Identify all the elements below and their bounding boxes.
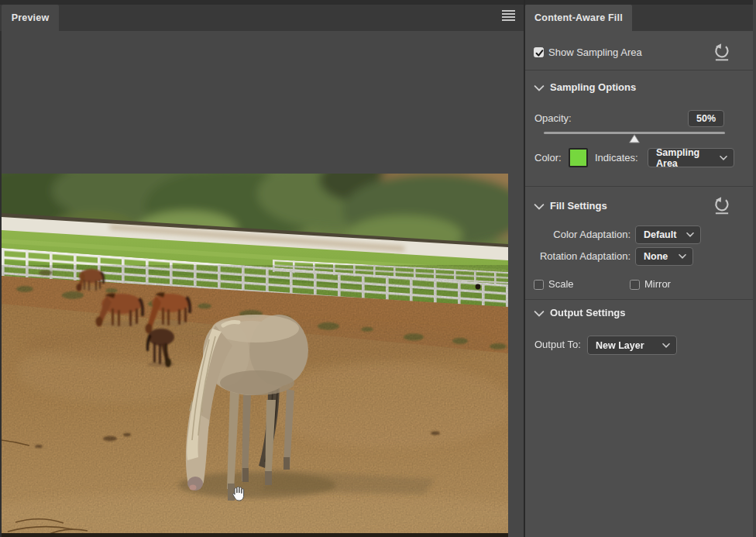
- fill-settings-collapse-icon[interactable]: [534, 203, 545, 211]
- chevron-down-icon: [720, 156, 727, 160]
- color-adaptation-dropdown[interactable]: Default: [635, 225, 701, 244]
- hand-cursor: [229, 484, 248, 503]
- opacity-label: Opacity:: [534, 112, 572, 124]
- reset-fill-settings-icon[interactable]: [713, 195, 731, 215]
- indicates-value: Sampling Area: [656, 147, 715, 169]
- section-separator: [525, 299, 753, 300]
- content-aware-fill-workspace: Preview: [0, 0, 756, 537]
- color-swatch[interactable]: [569, 148, 588, 167]
- tab-preview[interactable]: Preview: [2, 5, 59, 31]
- section-separator: [525, 186, 753, 187]
- rotation-adaptation-label: Rotation Adaptation:: [525, 250, 631, 262]
- reset-sampling-icon[interactable]: [713, 42, 731, 62]
- color-adaptation-value: Default: [644, 229, 682, 240]
- opacity-slider-thumb[interactable]: [629, 134, 640, 143]
- fence-bird: [476, 284, 481, 290]
- indicates-dropdown[interactable]: Sampling Area: [648, 148, 734, 167]
- indicates-label: Indicates:: [595, 152, 638, 164]
- tab-content-aware-fill-label: Content-Aware Fill: [534, 12, 623, 23]
- rotation-adaptation-dropdown[interactable]: None: [635, 247, 693, 266]
- settings-tabbar: Content-Aware Fill: [525, 0, 753, 31]
- fill-settings-header: Fill Settings: [550, 200, 607, 212]
- opacity-value: 50%: [696, 113, 716, 124]
- show-sampling-area-checkbox[interactable]: [534, 47, 544, 57]
- check-icon: [534, 48, 545, 58]
- opacity-value-input[interactable]: 50%: [688, 110, 724, 127]
- sampling-options-collapse-icon[interactable]: [534, 84, 545, 92]
- photo-bottom-edge: [2, 533, 508, 537]
- panel-menu-icon[interactable]: [502, 10, 515, 21]
- color-label: Color:: [534, 152, 562, 164]
- scale-checkbox[interactable]: [534, 280, 544, 290]
- preview-image[interactable]: [2, 174, 508, 537]
- chevron-down-icon: [686, 232, 694, 237]
- output-to-value: New Layer: [596, 340, 658, 351]
- chevron-down-icon: [679, 254, 686, 259]
- scale-label: Scale: [548, 278, 574, 290]
- mirror-checkbox[interactable]: [630, 280, 640, 290]
- sampling-options-header: Sampling Options: [550, 81, 636, 93]
- rotation-adaptation-value: None: [644, 251, 674, 262]
- tab-preview-label: Preview: [12, 12, 50, 23]
- content-aware-fill-panel: Content-Aware Fill Show Sampling Area S: [525, 0, 756, 537]
- preview-tabbar: Preview: [0, 0, 524, 31]
- output-to-dropdown[interactable]: New Layer: [587, 336, 677, 355]
- preview-pane: Preview: [0, 0, 524, 537]
- panel-body: Show Sampling Area Sampling Options Opac…: [525, 31, 753, 537]
- output-to-label: Output To:: [534, 339, 581, 350]
- mirror-label: Mirror: [644, 278, 671, 290]
- output-settings-header: Output Settings: [550, 307, 626, 318]
- color-adaptation-label: Color Adaptation:: [525, 229, 631, 240]
- section-separator: [525, 70, 753, 71]
- preview-canvas[interactable]: [0, 31, 524, 537]
- output-settings-collapse-icon[interactable]: [534, 310, 545, 318]
- chevron-down-icon: [662, 343, 670, 348]
- show-sampling-area-label: Show Sampling Area: [548, 46, 642, 58]
- tab-content-aware-fill[interactable]: Content-Aware Fill: [525, 5, 632, 31]
